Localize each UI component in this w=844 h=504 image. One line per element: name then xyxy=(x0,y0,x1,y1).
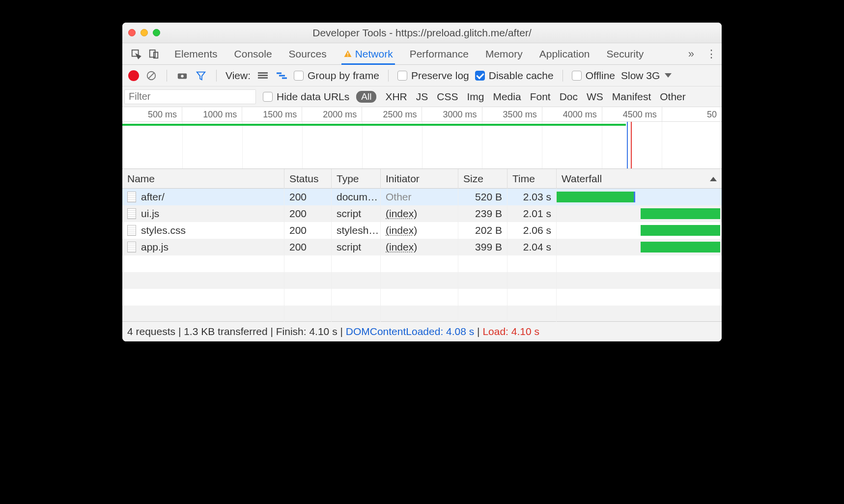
cell-size: 202 B xyxy=(458,222,507,239)
view-waterfall-icon[interactable] xyxy=(275,72,288,80)
more-tabs-icon[interactable]: » xyxy=(688,48,694,60)
ruler-tick: 500 ms xyxy=(122,107,182,121)
column-type[interactable]: Type xyxy=(332,169,381,189)
filter-type-xhr[interactable]: XHR xyxy=(385,91,407,103)
filter-type-js[interactable]: JS xyxy=(416,91,428,103)
filter-input[interactable] xyxy=(124,89,256,104)
timeline-overview[interactable] xyxy=(122,122,722,169)
cell-initiator: (index) xyxy=(381,205,458,222)
disable-cache-checkbox[interactable]: Disable cache xyxy=(475,70,554,82)
load-marker xyxy=(631,122,632,168)
cell-waterfall xyxy=(557,239,722,255)
requests-table: NameStatusTypeInitiatorSizeTimeWaterfall… xyxy=(122,169,722,321)
column-waterfall[interactable]: Waterfall xyxy=(557,169,722,189)
cell-time: 2.06 s xyxy=(507,222,557,239)
empty-row xyxy=(122,272,722,289)
inspect-element-icon[interactable] xyxy=(127,45,145,63)
cell-name: styles.css xyxy=(122,222,284,239)
column-name[interactable]: Name xyxy=(122,169,284,189)
device-toolbar-icon[interactable] xyxy=(145,45,163,63)
sort-asc-icon xyxy=(710,177,717,181)
initiator-link[interactable]: (index) xyxy=(386,241,417,253)
screenshot-icon[interactable] xyxy=(176,71,189,80)
kebab-menu-icon[interactable]: ⋮ xyxy=(706,48,717,60)
initiator-link[interactable]: (index) xyxy=(386,208,417,220)
panel-tabs: ElementsConsoleSourcesNetworkPerformance… xyxy=(174,43,644,64)
column-initiator[interactable]: Initiator xyxy=(381,169,458,189)
close-window-button[interactable] xyxy=(128,29,136,36)
cell-status: 200 xyxy=(284,222,332,239)
file-icon xyxy=(127,192,136,202)
tab-security[interactable]: Security xyxy=(606,43,644,64)
filter-icon[interactable] xyxy=(195,70,207,81)
tab-memory[interactable]: Memory xyxy=(485,43,523,64)
empty-row xyxy=(122,306,722,322)
chevron-down-icon xyxy=(665,73,672,78)
cell-name: app.js xyxy=(122,239,284,255)
request-row[interactable]: ui.js200script(index)239 B2.01 s xyxy=(122,205,722,222)
request-row[interactable]: styles.css200stylesh…(index)202 B2.06 s xyxy=(122,222,722,239)
waterfall-bar xyxy=(641,242,720,252)
cell-status: 200 xyxy=(284,239,332,255)
svg-rect-10 xyxy=(258,75,268,76)
cell-time: 2.03 s xyxy=(507,189,557,205)
filter-type-all[interactable]: All xyxy=(356,91,376,103)
minimize-window-button[interactable] xyxy=(141,29,148,36)
filter-type-img[interactable]: Img xyxy=(467,91,484,103)
cell-time: 2.01 s xyxy=(507,205,557,222)
load-time: Load: 4.10 s xyxy=(482,326,539,337)
network-toolbar: View: Group by frame Preserve log Disabl… xyxy=(122,65,722,86)
throttling-select[interactable]: Slow 3G xyxy=(621,70,672,82)
ruler-tick: 4500 ms xyxy=(602,107,662,121)
tab-sources[interactable]: Sources xyxy=(289,43,327,64)
status-bar: 4 requests | 1.3 KB transferred | Finish… xyxy=(122,321,722,341)
waterfall-bar xyxy=(557,192,634,202)
cell-type: script xyxy=(332,239,381,255)
column-status[interactable]: Status xyxy=(284,169,332,189)
zoom-window-button[interactable] xyxy=(153,29,160,36)
column-size[interactable]: Size xyxy=(458,169,507,189)
filter-type-doc[interactable]: Doc xyxy=(560,91,578,103)
request-row[interactable]: app.js200script(index)399 B2.04 s xyxy=(122,239,722,255)
view-large-icon[interactable] xyxy=(256,72,269,80)
window-title: Developer Tools - https://preload.glitch… xyxy=(122,27,722,39)
preserve-log-checkbox[interactable]: Preserve log xyxy=(397,70,469,82)
request-row[interactable]: after/200docum…Other520 B2.03 s xyxy=(122,189,722,205)
filter-type-other[interactable]: Other xyxy=(660,91,686,103)
svg-rect-3 xyxy=(347,53,348,55)
cell-time: 2.04 s xyxy=(507,239,557,255)
ruler-tick: 4000 ms xyxy=(542,107,602,121)
tab-performance[interactable]: Performance xyxy=(410,43,469,64)
cell-initiator: (index) xyxy=(381,222,458,239)
cell-initiator: (index) xyxy=(381,239,458,255)
table-body: after/200docum…Other520 B2.03 sui.js200s… xyxy=(122,189,722,321)
initiator-link[interactable]: (index) xyxy=(386,224,417,236)
file-icon xyxy=(127,225,136,236)
filter-type-font[interactable]: Font xyxy=(530,91,551,103)
timeline-ruler[interactable]: 500 ms1000 ms1500 ms2000 ms2500 ms3000 m… xyxy=(122,107,722,122)
clear-icon[interactable] xyxy=(145,70,158,81)
cell-initiator: Other xyxy=(381,189,458,205)
network-activity-bar xyxy=(122,124,626,126)
cell-size: 399 B xyxy=(458,239,507,255)
record-button[interactable] xyxy=(128,70,139,81)
svg-line-6 xyxy=(149,73,154,78)
group-by-frame-checkbox[interactable]: Group by frame xyxy=(294,70,379,82)
filter-type-css[interactable]: CSS xyxy=(437,91,458,103)
tab-elements[interactable]: Elements xyxy=(174,43,218,64)
waterfall-bar xyxy=(641,225,720,236)
table-header: NameStatusTypeInitiatorSizeTimeWaterfall xyxy=(122,169,722,189)
initiator-link: Other xyxy=(386,191,412,203)
hide-data-urls-checkbox[interactable]: Hide data URLs xyxy=(263,91,349,103)
offline-checkbox[interactable]: Offline xyxy=(572,70,615,82)
filter-type-ws[interactable]: WS xyxy=(587,91,603,103)
resource-type-filters: AllXHRJSCSSImgMediaFontDocWSManifestOthe… xyxy=(356,91,686,103)
finish-time: Finish: 4.10 s xyxy=(276,326,338,337)
tab-network[interactable]: Network xyxy=(343,43,393,64)
column-time[interactable]: Time xyxy=(507,169,557,189)
filter-bar: Hide data URLs AllXHRJSCSSImgMediaFontDo… xyxy=(122,86,722,107)
filter-type-media[interactable]: Media xyxy=(493,91,521,103)
filter-type-manifest[interactable]: Manifest xyxy=(612,91,651,103)
tab-application[interactable]: Application xyxy=(539,43,590,64)
tab-console[interactable]: Console xyxy=(234,43,272,64)
